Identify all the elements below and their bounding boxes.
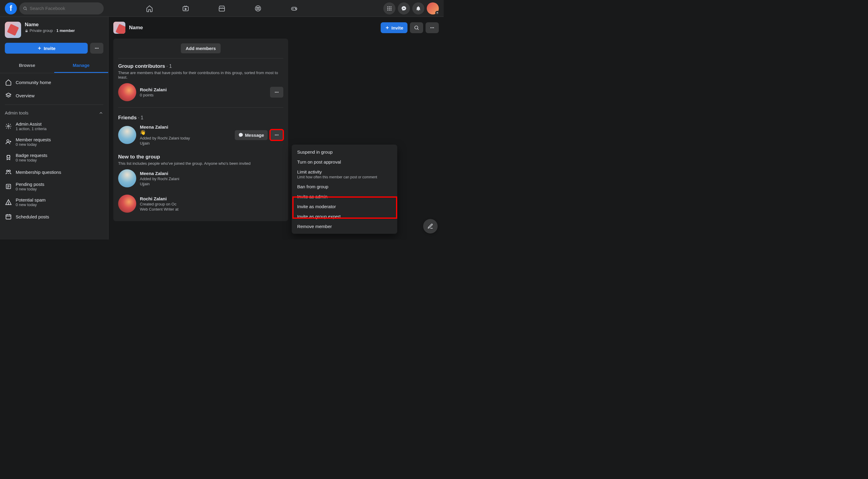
svg-point-25	[98, 48, 98, 49]
plus-icon	[37, 46, 42, 51]
svg-point-23	[95, 48, 96, 49]
new-to-group-section: New to the group This list includes peop…	[113, 149, 288, 166]
compose-fab[interactable]	[423, 219, 438, 233]
group-thumbnail[interactable]	[5, 22, 21, 38]
sidebar-more-button[interactable]	[90, 43, 103, 54]
user-plus-icon	[5, 138, 12, 146]
svg-point-51	[278, 92, 278, 93]
main-header: Name Invite	[108, 17, 444, 38]
main-invite-button[interactable]: Invite	[381, 22, 407, 33]
sidebar-item-potential-spam[interactable]: Potential spam0 new today	[2, 194, 106, 210]
svg-point-17	[387, 9, 388, 10]
svg-point-11	[387, 6, 388, 7]
avatar[interactable]	[118, 195, 136, 213]
facebook-logo[interactable]: f	[5, 2, 17, 14]
svg-point-24	[96, 48, 97, 49]
svg-point-47	[432, 27, 433, 28]
svg-point-52	[275, 135, 276, 135]
nav-gaming[interactable]	[277, 1, 311, 16]
nav-right: ▾	[383, 2, 439, 14]
sidebar-item-pending-posts[interactable]: Pending posts0 new today	[2, 179, 106, 194]
nav-groups[interactable]	[241, 1, 275, 16]
svg-point-3	[255, 6, 261, 11]
compose-icon	[427, 223, 433, 229]
calendar-icon	[5, 213, 12, 220]
group-name[interactable]: Name	[25, 22, 75, 28]
menu-suspend[interactable]: Suspend in group	[294, 147, 395, 157]
chevron-up-icon	[98, 110, 103, 116]
group-thumbnail-small[interactable]	[113, 22, 125, 34]
menu-post-approval[interactable]: Turn on post approval	[294, 157, 395, 167]
plus-icon	[385, 25, 390, 30]
friends-section: Friends · 1	[113, 110, 288, 121]
menu-grid-button[interactable]	[383, 2, 396, 14]
svg-line-1	[26, 9, 27, 10]
sidebar-invite-button[interactable]: Invite	[5, 43, 88, 54]
sidebar-item-membership-questions[interactable]: Membership questions	[2, 165, 106, 179]
menu-invite-admin[interactable]: Invite as admin	[294, 192, 395, 201]
main-more-button[interactable]	[426, 22, 439, 33]
lock-icon	[25, 29, 28, 33]
sidebar-item-community-home[interactable]: Community home	[2, 75, 106, 89]
tab-manage[interactable]: Manage	[54, 59, 108, 73]
notifications-button[interactable]	[412, 2, 424, 14]
svg-point-27	[7, 140, 9, 142]
member-name[interactable]: Meena Zalani	[140, 171, 267, 176]
menu-limit-activity[interactable]: Limit activity Limit how often this memb…	[294, 167, 395, 182]
svg-point-49	[275, 92, 276, 93]
table-row: Rochi Zalani Created group on Oc Web Con…	[113, 191, 288, 216]
svg-point-0	[24, 7, 26, 10]
member-name[interactable]: Rochi Zalani	[140, 196, 267, 201]
top-nav: f ▾	[0, 0, 444, 17]
badge-icon	[5, 154, 12, 161]
profile-avatar[interactable]: ▾	[427, 2, 439, 14]
avatar[interactable]	[118, 126, 136, 144]
sidebar-item-badge-requests[interactable]: Badge requests0 new today	[2, 150, 106, 165]
admin-tools-header[interactable]: Admin tools	[2, 107, 106, 118]
svg-rect-20	[26, 30, 28, 32]
svg-point-12	[389, 6, 390, 7]
table-row: Rochi Zalani 0 points	[113, 79, 288, 105]
messenger-button[interactable]	[398, 2, 410, 14]
home-icon	[5, 78, 12, 86]
member-name[interactable]: Meena Zalani	[140, 124, 231, 130]
menu-invite-expert[interactable]: Invite as group expert	[294, 212, 395, 221]
svg-point-26	[7, 125, 9, 127]
layers-icon	[5, 92, 12, 99]
search-input[interactable]	[30, 6, 100, 11]
menu-invite-moderator[interactable]: Invite as moderator	[294, 201, 395, 212]
avatar[interactable]	[118, 83, 136, 101]
svg-point-54	[278, 135, 278, 135]
svg-point-16	[391, 8, 392, 9]
tab-browse[interactable]: Browse	[0, 59, 54, 73]
svg-point-14	[387, 8, 388, 9]
nav-marketplace[interactable]	[205, 1, 239, 16]
avatar[interactable]	[118, 169, 136, 187]
sidebar-item-admin-assist[interactable]: Admin Assist1 action, 1 criteria	[2, 118, 106, 134]
sidebar-item-scheduled-posts[interactable]: Scheduled posts	[2, 210, 106, 223]
svg-rect-38	[6, 215, 11, 219]
nav-home[interactable]	[133, 1, 166, 16]
context-menu: Suspend in group Turn on post approval L…	[292, 145, 397, 234]
svg-point-4	[256, 7, 258, 8]
member-more-button-highlighted[interactable]	[270, 130, 283, 140]
svg-point-19	[391, 9, 392, 10]
sidebar-item-member-requests[interactable]: Member requests0 new today	[2, 134, 106, 150]
message-button[interactable]: Message	[235, 130, 268, 140]
main-search-button[interactable]	[410, 22, 423, 33]
nav-watch[interactable]	[169, 1, 203, 16]
sidebar-item-overview[interactable]: Overview	[2, 89, 106, 102]
member-name[interactable]: Rochi Zalani	[140, 87, 267, 92]
search-box[interactable]	[19, 2, 104, 14]
member-more-button[interactable]	[270, 87, 283, 98]
svg-point-53	[276, 135, 277, 135]
document-icon	[5, 183, 12, 190]
messenger-icon	[239, 133, 243, 137]
main-content: Name Invite Add members Group contributo…	[108, 17, 444, 240]
svg-point-18	[389, 9, 390, 10]
menu-remove[interactable]: Remove member	[294, 221, 395, 231]
add-members-button[interactable]: Add members	[181, 43, 221, 53]
menu-ban[interactable]: Ban from group	[294, 182, 395, 192]
chevron-down-icon: ▾	[435, 11, 439, 15]
group-header: Name Private group · 1 member	[0, 17, 108, 43]
